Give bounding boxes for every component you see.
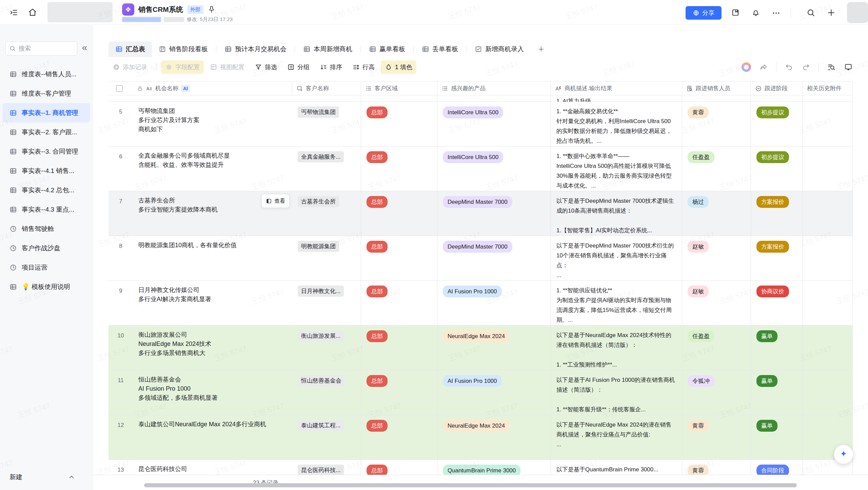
row-number-cell[interactable]: 9 [108,281,133,325]
description-cell[interactable]: 以下是基于NeuralEdge Max 2024技术特性的潜在销售商机描述（简洁… [551,326,682,370]
new-plus-icon[interactable] [827,8,836,17]
product-cell[interactable]: AI Fusion Pro 1000 [437,281,551,325]
sidebar-item-4[interactable]: 事实表--2. 客户跟... [3,122,90,142]
search-input[interactable] [19,45,66,52]
product-cell[interactable]: NeuralEdge Max 2024 [437,326,551,370]
row-number-cell[interactable]: 7 [108,191,133,236]
sidebar-item-8[interactable]: 事实表--4.3 重点... [3,200,90,219]
stage-cell[interactable]: 赢单 [751,415,803,459]
opportunity-name-cell[interactable]: 泰山建筑公司NeuralEdge Max 2024多行业商机 [133,415,292,459]
sidebar-item-1[interactable]: 维度表--销售人员... [3,64,90,84]
opportunity-name-cell[interactable]: 丐帮物流集团 多行业芯片及计算方案 商机如下 [133,102,292,146]
row-number-cell[interactable]: 13 [108,460,133,475]
description-cell[interactable]: 1. **金融高频交易优化** 针对量化交易机构，利用IntelliCore U… [551,102,682,146]
column-header-9[interactable]: 相关历史附件 [803,82,853,95]
new-table-button[interactable]: 新建 [0,470,93,484]
customer-name-cell[interactable]: 明教能源集团 [292,236,361,280]
notifications-bell-icon[interactable] [751,8,760,17]
product-cell[interactable]: AI Fusion Pro 1000 [437,370,551,415]
view-tab-6[interactable]: 丢单看板 [415,41,465,57]
description-cell[interactable]: 以下是基于DeepMind Master 7000技术衍生的10个潜在销售商机描… [551,236,682,280]
table-row-12[interactable]: 12 泰山建筑公司NeuralEdge Max 2024多行业商机 泰山建筑工程… [108,415,853,460]
column-header-7[interactable]: 跟进销售人员 [682,82,751,95]
fill-color-button[interactable]: 1 填色 [381,60,416,74]
stage-cell[interactable]: 初步提议 [751,146,803,191]
sidebar-item-7[interactable]: 事实表--4.2 总包... [3,180,90,200]
row-number-cell[interactable]: 12 [108,415,133,459]
opportunity-name-cell[interactable]: 昆仑医药科技公司 [133,460,292,475]
group-button[interactable]: 分组 [283,60,314,74]
attachment-cell[interactable] [803,370,853,415]
sidebar-item-11[interactable]: 项目运营 [3,258,90,277]
stage-cell[interactable]: 方案报价 [751,191,803,236]
sidebar-item-10[interactable]: 客户作战沙盘 [3,238,90,258]
product-cell[interactable]: IntelliCore Ultra 500 [437,146,551,191]
salesperson-cell[interactable]: 赵敏 [682,281,751,325]
table-row-10[interactable]: 10 衡山旅游发展公司 NeuralEdge Max 2024技术 多行业多场景… [108,326,853,370]
customer-region-cell[interactable]: 总部 [361,326,437,370]
column-header-2[interactable]: 机会名称AI [133,82,292,95]
opportunity-name-cell[interactable]: 日月神教文化传媒公司 多行业AI解决方案商机显著 [133,281,292,325]
view-config-button[interactable]: 视图配置 [206,60,249,74]
customer-name-cell[interactable]: 昆仑医药科技... [292,460,361,475]
expand-record-button[interactable]: 查看 [261,194,290,208]
table-row-6[interactable]: 6 全真金融服务公司多领域商机尽显 含能耗、收益、效率等效益提升 全真金融服务.… [108,146,853,191]
description-cell[interactable]: 1. **数据中心效率革命**—— IntelliCore Ultra 500的… [551,146,682,191]
add-record-button[interactable]: 添加记录 [108,60,151,74]
view-tab-3[interactable]: 预计本月交易机会 [218,41,293,57]
add-view-button[interactable] [531,45,552,53]
row-number-cell[interactable]: 10 [108,326,133,370]
row-number-cell[interactable]: 8 [108,236,133,280]
customer-name-cell[interactable]: 全真金融服务... [292,146,361,191]
opportunity-name-cell[interactable]: 明教能源集团10商机，各有量化价值 [133,236,292,280]
salesperson-cell[interactable]: 黄蓉 [682,460,751,475]
table-row-9[interactable]: 9 日月神教文化传媒公司 多行业AI解决方案商机显著 日月神教文化... 总部 … [108,281,853,326]
redo-icon[interactable] [802,63,810,72]
customer-region-cell[interactable]: 总部 [361,281,437,325]
collapse-sidebar-icon[interactable] [80,44,88,52]
view-tab-2[interactable]: 销售阶段看板 [152,41,215,57]
forward-share-icon[interactable] [759,63,768,72]
customer-region-cell[interactable]: 总部 [361,415,437,459]
description-cell[interactable]: 以下是基于NeuralEdge Max 2024的潜在销售商机描述，聚焦行业痛点… [551,415,682,459]
customer-name-cell[interactable]: 日月神教文化... [292,281,361,325]
view-tab-5[interactable]: 赢单看板 [362,41,412,57]
stage-cell[interactable]: 方案报价 [751,236,803,280]
customer-region-cell[interactable]: 总部 [361,236,437,280]
description-cell[interactable]: 以下是基于DeepMind Master 7000技术逻辑生成的10条高潜销售商… [551,191,682,236]
product-cell[interactable]: NeuralEdge Max 2024 [437,415,551,459]
salesperson-cell[interactable]: 黄蓉 [682,102,751,146]
horizontal-scrollbar[interactable] [144,483,797,487]
description-cell[interactable]: 以下是基于AI Fusion Pro 1000的潜在销售商机描述（简洁版）： 1… [551,370,682,415]
sidebar-item-9[interactable]: 销售驾驶舱 [3,219,90,238]
opportunity-name-cell[interactable]: 古墓养生会所 多行业智能方案提效降本商机查看 [133,191,292,236]
sidebar-item-12[interactable]: 💡 模板使用说明 [3,277,90,296]
row-number-cell[interactable]: 6 [108,146,133,191]
chevron-up-icon[interactable] [68,473,75,481]
stage-cell[interactable]: 赢单 [751,370,803,415]
ai-assistant-button[interactable] [834,445,853,464]
sidebar-item-6[interactable]: 事实表--4.1 销售... [3,161,90,180]
row-number-cell[interactable]: 11 [108,370,133,415]
salesperson-cell[interactable]: 黄蓉 [682,415,751,459]
customer-region-cell[interactable]: 总部 [361,460,437,475]
home-icon[interactable] [28,7,37,17]
attachment-cell[interactable] [803,191,853,236]
sidebar-item-5[interactable]: 事实表--3. 合同管理 [3,142,90,161]
attachment-cell[interactable] [803,326,853,370]
customer-region-cell[interactable]: 总部 [361,146,437,191]
attachment-cell[interactable] [803,236,853,280]
row-height-button[interactable]: 行高 [348,60,379,74]
customer-name-cell[interactable]: 丐帮物流集团 [292,102,361,146]
salesperson-cell[interactable]: 任盈盈 [682,146,751,191]
attachment-cell[interactable] [803,146,853,191]
stage-cell[interactable]: 协商议价 [751,281,803,325]
column-header-6[interactable]: 商机描述.输出结果 [551,82,682,95]
salesperson-cell[interactable]: 赵敏 [682,236,751,280]
avatar[interactable] [847,2,868,23]
ai-status-icon[interactable] [742,62,751,72]
opportunity-name-cell[interactable]: 衡山旅游发展公司 NeuralEdge Max 2024技术 多行业多场景销售商… [133,326,292,370]
sidebar-search[interactable] [5,41,77,56]
product-cell[interactable]: IntelliCore Ultra 500 [437,102,551,146]
search-records-icon[interactable] [827,63,836,72]
